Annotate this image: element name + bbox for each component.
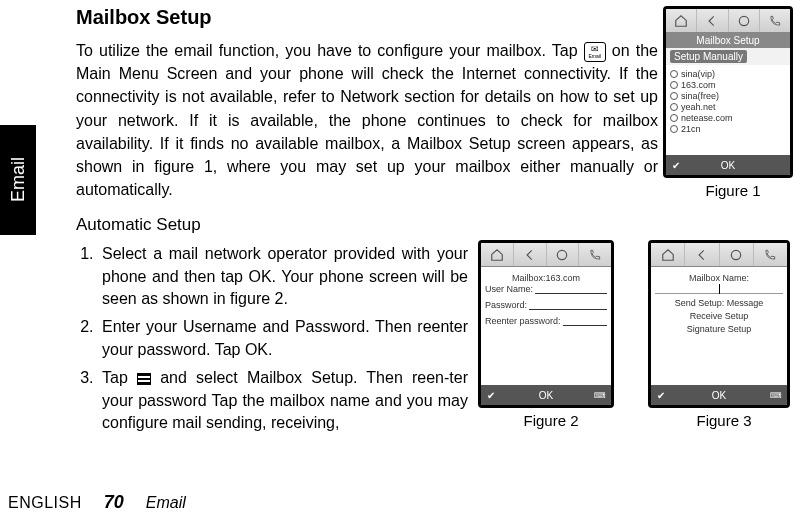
radio-icon [670,125,678,133]
phone-bottombar: ✔ OK [666,155,790,175]
side-tab-label: Email [8,157,29,202]
list-item[interactable]: sina(free) [670,91,786,101]
globe-icon[interactable] [729,9,760,32]
phone-topbar [666,9,790,33]
mailbox-name-label: Mailbox Name: [655,273,783,283]
svg-point-0 [739,16,748,25]
side-tab: Email [0,125,36,235]
phone-bottombar: ✔ OK ⌨ [651,385,787,405]
list-item-label: yeah.net [681,102,716,112]
radio-icon [670,103,678,111]
signature-setup-item[interactable]: Signature Setup [655,324,783,334]
setup-menu: Mailbox Name: Send Setup: Message Receiv… [651,267,787,385]
figure-2: Mailbox:163.com User Name: Password: Ree… [478,240,624,429]
back-icon[interactable] [514,243,547,266]
steps-list: Select a mail network operator provided … [98,243,468,434]
password-input[interactable] [529,300,607,310]
step-2-text: Enter your Username and Password. Then r… [102,316,468,361]
username-label: User Name: [485,284,533,294]
receive-setup-item[interactable]: Receive Setup [655,311,783,321]
figure-2-caption: Figure 2 [478,412,624,429]
globe-icon[interactable] [720,243,754,266]
phone-screenshot-3: Mailbox Name: Send Setup: Message Receiv… [648,240,790,408]
password-label: Password: [485,300,527,310]
footer-page-number: 70 [104,492,124,513]
footer-language: ENGLISH [8,494,82,512]
phone-screenshot-1: Mailbox Setup Setup Manually sina(vip) 1… [663,6,793,178]
mailbox-name-input[interactable] [655,284,783,294]
text-cursor [719,284,720,294]
list-item-label: netease.com [681,113,733,123]
globe-icon[interactable] [547,243,580,266]
phone-bottombar: ✔ OK ⌨ [481,385,611,405]
back-icon[interactable] [685,243,719,266]
home-icon[interactable] [481,243,514,266]
setup-manually-button[interactable]: Setup Manually [670,50,747,63]
list-item-label: sina(free) [681,91,719,101]
menu-icon [137,373,151,385]
svg-point-2 [731,250,740,259]
subheading: Automatic Setup [76,215,666,235]
home-icon[interactable] [666,9,697,32]
figure-3: Mailbox Name: Send Setup: Message Receiv… [648,240,800,429]
phone-titlebar: Mailbox Setup [666,33,790,48]
list-item-label: 163.com [681,80,716,90]
mailbox-label: Mailbox:163.com [485,273,607,283]
keyboard-icon[interactable]: ⌨ [594,391,605,400]
page-footer: ENGLISH 70 Email [8,492,186,513]
list-item[interactable]: 163.com [670,80,786,90]
provider-list: sina(vip) 163.com sina(free) yeah.net ne… [666,65,790,155]
username-input[interactable] [535,284,607,294]
figure-1-caption: Figure 1 [663,182,803,199]
list-item[interactable]: sina(vip) [670,69,786,79]
check-icon[interactable]: ✔ [672,160,680,171]
step-3: Tap and select Mailbox Setup. Then reen-… [98,367,468,434]
ok-button[interactable]: OK [539,390,553,401]
footer-section: Email [146,494,186,512]
page-title: Mailbox Setup [76,6,666,29]
list-item[interactable]: yeah.net [670,102,786,112]
step-1: Select a mail network operator provided … [98,243,468,310]
list-item-label: 21cn [681,124,701,134]
step-2: Enter your Username and Password. Then r… [98,316,468,361]
intro-paragraph: To utilize the email function, you have … [76,39,658,201]
step-3-text: Tap and select Mailbox Setup. Then reen-… [102,367,468,434]
call-icon[interactable] [754,243,787,266]
ok-button[interactable]: OK [721,160,735,171]
radio-icon [670,70,678,78]
list-item[interactable]: netease.com [670,113,786,123]
keyboard-icon[interactable]: ⌨ [770,391,781,400]
intro-part-2: on the Main Menu Screen and your phone w… [76,42,658,198]
reenter-label: Reenter password: [485,316,561,326]
phone-screenshot-2: Mailbox:163.com User Name: Password: Ree… [478,240,614,408]
list-item-label: sina(vip) [681,69,715,79]
login-form: Mailbox:163.com User Name: Password: Ree… [481,267,611,385]
ok-button[interactable]: OK [712,390,726,401]
radio-icon [670,81,678,89]
radio-icon [670,92,678,100]
email-icon-label: Email [589,54,602,59]
figure-3-caption: Figure 3 [648,412,800,429]
svg-point-1 [558,250,567,259]
radio-icon [670,114,678,122]
step-1-text: Select a mail network operator provided … [102,243,468,310]
intro-part-1: To utilize the email function, you have … [76,42,584,59]
figure-1: Mailbox Setup Setup Manually sina(vip) 1… [663,6,803,199]
home-icon[interactable] [651,243,685,266]
call-icon[interactable] [579,243,611,266]
call-icon[interactable] [760,9,790,32]
phone-topbar [651,243,787,267]
email-app-icon: ✉ Email [584,42,606,62]
back-icon[interactable] [697,9,728,32]
check-icon[interactable]: ✔ [657,390,665,401]
list-item[interactable]: 21cn [670,124,786,134]
check-icon[interactable]: ✔ [487,390,495,401]
send-setup-item[interactable]: Send Setup: Message [655,298,783,308]
phone-topbar [481,243,611,267]
reenter-input[interactable] [563,316,607,326]
